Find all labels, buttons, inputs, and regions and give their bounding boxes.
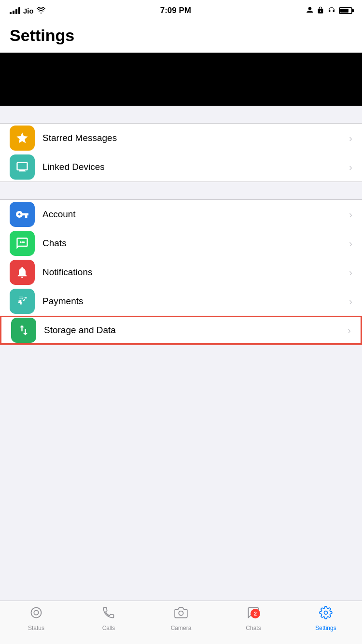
linked-devices-label: Linked Devices: [42, 162, 349, 172]
svg-point-6: [34, 610, 38, 615]
settings-item-account[interactable]: Account ›: [0, 200, 362, 229]
tab-calls[interactable]: Calls: [72, 606, 145, 631]
status-right: [306, 6, 352, 15]
chats-label: Chats: [42, 238, 349, 249]
svg-point-5: [31, 608, 42, 618]
svg-point-7: [179, 611, 183, 616]
section-gap-2: [0, 182, 362, 199]
settings-tab-icon: [319, 606, 333, 623]
settings-group-2: Account › Chats › Notifications › ₹ Paym…: [0, 199, 362, 345]
svg-point-8: [324, 611, 328, 615]
carrier-label: Jio: [23, 7, 34, 15]
chats-tab-label: Chats: [246, 625, 261, 631]
settings-group-1: Starred Messages › Linked Devices ›: [0, 123, 362, 182]
chevron-icon: ›: [348, 325, 351, 336]
settings-item-notifications[interactable]: Notifications ›: [0, 258, 362, 287]
svg-point-1: [20, 241, 22, 243]
svg-point-3: [23, 241, 25, 243]
page-title: Settings: [10, 26, 352, 45]
camera-tab-icon: [174, 606, 188, 623]
chats-badge: 2: [251, 609, 260, 618]
chats-icon: [10, 231, 35, 256]
status-left: Jio: [10, 7, 45, 15]
section-gap-1: [0, 106, 362, 123]
svg-point-2: [21, 241, 23, 243]
starred-messages-label: Starred Messages: [42, 133, 349, 143]
tab-bar: Status Calls Camera 2 Chats Settings: [0, 601, 362, 644]
profile-section[interactable]: [0, 53, 362, 106]
status-time: 7:09 PM: [160, 6, 191, 15]
battery-icon: [339, 7, 352, 14]
payments-label: Payments: [42, 296, 349, 307]
storage-data-icon: [11, 318, 36, 343]
calls-tab-icon: [102, 606, 115, 623]
camera-tab-label: Camera: [171, 625, 192, 631]
chevron-icon: ›: [349, 267, 352, 278]
account-icon: [10, 202, 35, 227]
settings-item-payments[interactable]: ₹ Payments ›: [0, 287, 362, 316]
settings-item-starred-messages[interactable]: Starred Messages ›: [0, 124, 362, 153]
svg-text:₹: ₹: [18, 299, 22, 306]
notifications-icon: [10, 260, 35, 285]
account-label: Account: [42, 209, 349, 220]
status-bar: Jio 7:09 PM: [0, 0, 362, 21]
wifi-icon: [37, 7, 45, 15]
chevron-icon: ›: [349, 238, 352, 249]
chevron-icon: ›: [349, 296, 352, 307]
calls-tab-label: Calls: [102, 625, 115, 631]
headphone-icon: [327, 6, 336, 15]
svg-point-0: [41, 12, 42, 13]
settings-item-chats[interactable]: Chats ›: [0, 229, 362, 258]
linked-devices-icon: [10, 154, 35, 180]
tab-status[interactable]: Status: [0, 606, 72, 631]
chevron-icon: ›: [349, 162, 352, 173]
payments-icon: ₹: [10, 289, 35, 314]
status-tab-label: Status: [28, 625, 44, 631]
settings-item-storage-data[interactable]: Storage and Data ›: [0, 316, 362, 345]
status-tab-icon: [29, 606, 43, 623]
chevron-icon: ›: [349, 209, 352, 220]
page-title-area: Settings: [0, 21, 362, 53]
starred-messages-icon: [10, 126, 35, 151]
signal-bars: [10, 7, 20, 14]
lock-icon: [317, 6, 324, 15]
notifications-label: Notifications: [42, 267, 349, 278]
settings-tab-label: Settings: [315, 625, 336, 631]
storage-data-label: Storage and Data: [44, 325, 348, 336]
tab-camera[interactable]: Camera: [145, 606, 217, 631]
chevron-icon: ›: [349, 133, 352, 144]
tab-chats[interactable]: 2 Chats: [217, 606, 290, 631]
person-icon: [306, 6, 314, 15]
settings-item-linked-devices[interactable]: Linked Devices ›: [0, 153, 362, 182]
tab-settings[interactable]: Settings: [290, 606, 362, 631]
